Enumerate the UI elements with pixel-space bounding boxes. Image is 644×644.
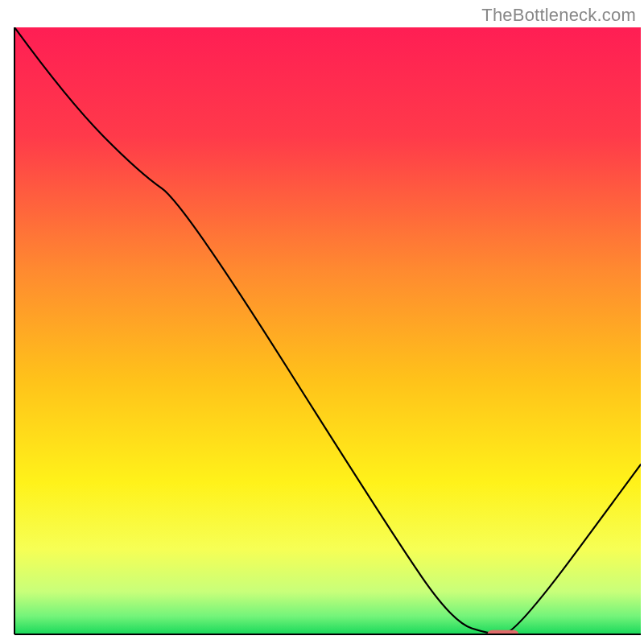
gradient-background: [14, 27, 641, 634]
bottleneck-chart: [0, 0, 644, 644]
chart-container: TheBottleneck.com: [0, 0, 644, 644]
watermark-label: TheBottleneck.com: [481, 5, 636, 26]
